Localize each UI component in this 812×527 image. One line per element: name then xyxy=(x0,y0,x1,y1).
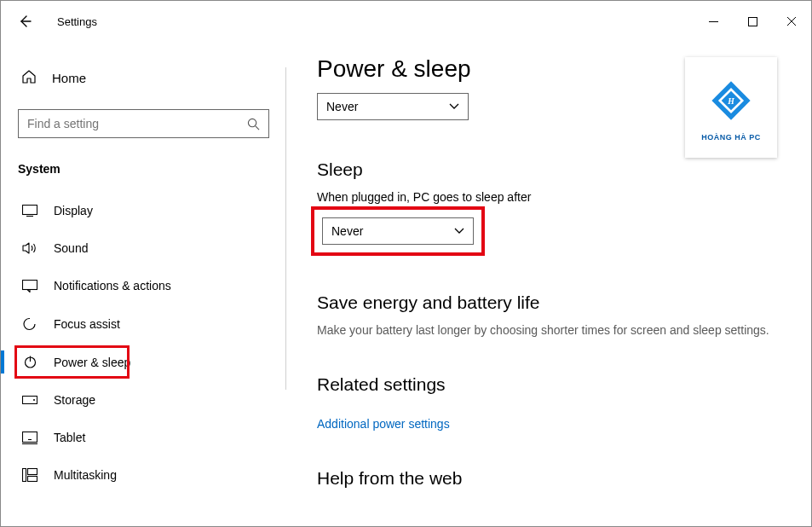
sidebar-item-power-sleep[interactable]: Power & sleep xyxy=(18,345,269,379)
home-label: Home xyxy=(52,71,86,85)
home-icon xyxy=(21,69,37,87)
sidebar-item-tablet[interactable]: Tablet xyxy=(18,421,269,454)
search-input[interactable] xyxy=(27,117,237,130)
svg-line-6 xyxy=(256,125,259,129)
notifications-icon xyxy=(21,280,38,292)
screen-timeout-dropdown[interactable]: Never xyxy=(317,93,469,120)
svg-point-5 xyxy=(248,119,256,126)
sidebar-item-label: Display xyxy=(54,204,93,217)
focus-assist-icon xyxy=(21,316,38,331)
sidebar: Home System Display Sound Notificatio xyxy=(1,42,286,526)
additional-power-settings-link[interactable]: Additional power settings xyxy=(317,417,450,431)
sidebar-item-storage[interactable]: Storage xyxy=(18,384,269,416)
maximize-icon xyxy=(748,17,757,26)
minimize-button[interactable] xyxy=(694,1,733,42)
power-icon xyxy=(21,355,38,369)
sidebar-item-label: Focus assist xyxy=(54,317,120,331)
minimize-icon xyxy=(709,17,718,26)
brand-logo-card: H HOÀNG HÀ PC xyxy=(685,57,777,158)
svg-point-13 xyxy=(33,399,35,401)
dropdown-value: Never xyxy=(331,224,363,238)
sidebar-item-sound[interactable]: Sound xyxy=(18,232,269,264)
storage-icon xyxy=(21,396,38,404)
sleep-heading: Sleep xyxy=(317,159,777,180)
maximize-button[interactable] xyxy=(733,1,772,42)
sound-icon xyxy=(21,241,38,255)
svg-rect-17 xyxy=(23,469,26,482)
svg-rect-7 xyxy=(23,206,37,215)
svg-rect-14 xyxy=(23,431,37,442)
titlebar: Settings xyxy=(1,1,811,42)
help-heading: Help from the web xyxy=(317,468,777,489)
back-button[interactable] xyxy=(16,13,33,30)
sleep-dropdown-highlight: Never xyxy=(317,212,479,250)
home-nav[interactable]: Home xyxy=(18,62,269,94)
sidebar-item-notifications[interactable]: Notifications & actions xyxy=(18,269,269,302)
dropdown-value: Never xyxy=(326,100,358,113)
close-icon xyxy=(786,16,797,26)
main-content: Power & sleep Never Sleep When plugged i… xyxy=(286,42,811,526)
sidebar-item-focus-assist[interactable]: Focus assist xyxy=(18,307,269,340)
arrow-left-icon xyxy=(18,14,32,28)
multitasking-icon xyxy=(21,468,38,482)
save-energy-desc: Make your battery last longer by choosin… xyxy=(317,323,777,337)
search-icon xyxy=(247,118,260,130)
svg-rect-2 xyxy=(748,17,757,26)
svg-rect-9 xyxy=(23,280,37,289)
sidebar-item-label: Multitasking xyxy=(54,468,117,482)
brand-logo-text: HOÀNG HÀ PC xyxy=(701,133,761,142)
search-input-wrapper[interactable] xyxy=(18,109,269,138)
sidebar-item-label: Sound xyxy=(54,241,88,255)
related-heading: Related settings xyxy=(317,374,777,395)
brand-logo-icon: H xyxy=(704,73,758,128)
display-icon xyxy=(21,205,38,217)
sleep-caption: When plugged in, PC goes to sleep after xyxy=(317,190,777,204)
sidebar-item-multitasking[interactable]: Multitasking xyxy=(18,459,269,491)
svg-rect-19 xyxy=(28,477,37,482)
chevron-down-icon xyxy=(454,228,464,235)
sidebar-item-label: Tablet xyxy=(54,431,85,444)
sleep-timeout-dropdown[interactable]: Never xyxy=(322,217,474,245)
save-energy-heading: Save energy and battery life xyxy=(317,292,777,313)
close-button[interactable] xyxy=(772,1,811,42)
sidebar-item-label: Storage xyxy=(54,393,95,407)
sidebar-item-display[interactable]: Display xyxy=(18,194,269,227)
sidebar-item-label: Power & sleep xyxy=(54,356,130,369)
sidebar-item-label: Notifications & actions xyxy=(54,279,171,292)
window-title: Settings xyxy=(57,15,97,28)
sidebar-group-label: System xyxy=(18,162,269,176)
chevron-down-icon xyxy=(449,103,459,110)
svg-rect-18 xyxy=(28,469,37,475)
tablet-icon xyxy=(21,431,38,444)
svg-text:H: H xyxy=(727,96,734,106)
